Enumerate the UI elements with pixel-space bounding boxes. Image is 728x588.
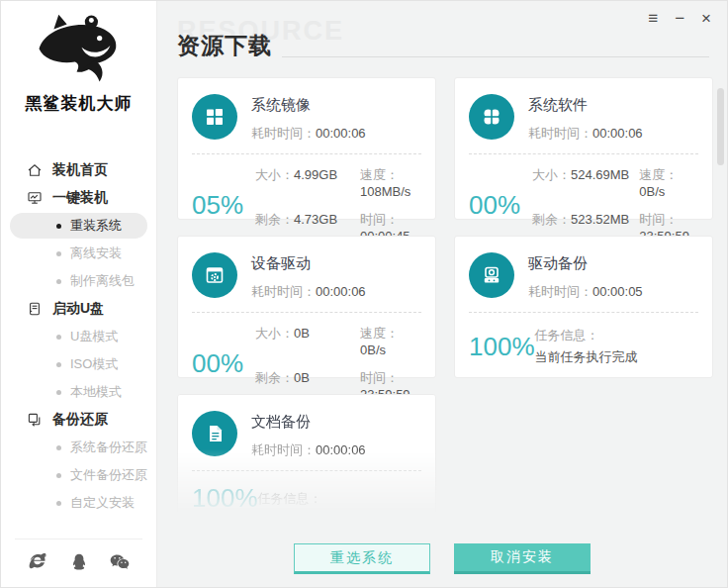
- bullet-icon: [56, 362, 61, 367]
- windows-icon: [192, 94, 237, 140]
- elapsed-label: 耗时时间：: [251, 284, 316, 299]
- stat-label: 大小：: [255, 326, 294, 341]
- progress-percent: 00%: [192, 348, 255, 379]
- sidebar-item-label: 本地模式: [70, 383, 122, 401]
- usb-boot-icon: [27, 301, 43, 317]
- sidebar-item-iso-mode[interactable]: ISO模式: [1, 350, 156, 378]
- sidebar-item-label: 自定义安装: [70, 494, 135, 512]
- bullet-icon: [56, 473, 61, 478]
- title-rule: [282, 56, 709, 57]
- social-links: [15, 539, 142, 587]
- stat-label: 速度：: [360, 167, 399, 182]
- sidebar-item-custom-install[interactable]: 自定义安装: [1, 489, 156, 517]
- elapsed-value: 00:00:06: [592, 126, 643, 141]
- sidebar-item-local-mode[interactable]: 本地模式: [1, 378, 156, 406]
- stat-value: 4.99GB: [294, 167, 337, 182]
- stat-label: 速度：: [639, 167, 678, 182]
- card-title: 设备驱动: [251, 251, 366, 273]
- ie-icon[interactable]: [27, 551, 48, 573]
- sidebar-item-reinstall-system[interactable]: 重装系统: [10, 213, 147, 239]
- software-icon: [469, 94, 514, 140]
- page-header: RESOURCE 资源下载: [177, 31, 709, 61]
- stat-label: 时间：: [360, 212, 399, 227]
- stat-label: 大小：: [255, 167, 294, 182]
- sidebar-item-label: 启动U盘: [52, 300, 104, 318]
- elapsed-value: 00:00:06: [316, 126, 366, 141]
- document-backup-icon: [192, 411, 237, 456]
- sidebar-item-make-offline-pack[interactable]: 制作离线包: [1, 267, 156, 295]
- download-cards: 系统镜像 耗时时间：00:00:06 05% 大小：4.99GB 速度：108M…: [177, 77, 713, 517]
- drive-backup-icon: [469, 252, 514, 298]
- window-controls: ≡ − ×: [648, 9, 711, 29]
- sidebar-item-one-key-install[interactable]: 一键装机: [1, 184, 156, 212]
- shark-logo-icon: [26, 13, 133, 88]
- one-key-install-icon: [27, 190, 43, 206]
- app-logo: 黑鲨装机大师: [1, 1, 156, 115]
- stat-label: 速度：: [360, 326, 399, 341]
- stat-label: 时间：: [360, 370, 399, 385]
- stat-label: 时间：: [639, 212, 678, 227]
- elapsed-label: 耗时时间：: [251, 126, 316, 141]
- stat-value: 0B: [294, 370, 310, 385]
- sidebar-item-label: 一键装机: [52, 189, 108, 207]
- card-title: 系统软件: [528, 93, 643, 115]
- sidebar-item-label: 制作离线包: [70, 272, 135, 290]
- stat-label: 剩余：: [255, 370, 294, 385]
- sidebar-item-label: 文件备份还原: [70, 466, 147, 484]
- sidebar-item-label: 备份还原: [52, 411, 108, 429]
- sidebar-item-label: 系统备份还原: [70, 439, 147, 456]
- app-window: 黑鲨装机大师 装机首页 一键装机 重装系统 离线安装 制作离线包: [0, 0, 728, 588]
- elapsed-value: 00:00:05: [592, 284, 643, 299]
- window-close-icon[interactable]: ×: [701, 9, 711, 29]
- bullet-icon: [56, 224, 61, 229]
- window-menu-icon[interactable]: ≡: [648, 9, 658, 29]
- progress-percent: 00%: [469, 190, 532, 221]
- sidebar-item-label: U盘模式: [70, 328, 118, 345]
- main-panel: ≡ − × RESOURCE 资源下载 系统镜像 耗时时间：00:00: [157, 1, 727, 587]
- page-title: 资源下载: [177, 31, 272, 61]
- progress-percent: 100%: [192, 483, 258, 514]
- sidebar-item-usb-boot[interactable]: 启动U盘: [1, 295, 156, 323]
- card-system-image: 系统镜像 耗时时间：00:00:06 05% 大小：4.99GB 速度：108M…: [177, 77, 436, 220]
- qq-icon[interactable]: [68, 551, 90, 573]
- stat-value: 0B/s: [360, 343, 386, 357]
- cancel-install-button[interactable]: 取消安装: [454, 543, 591, 574]
- wechat-icon[interactable]: [109, 551, 131, 573]
- task-value: 当前任务执行完成: [535, 349, 638, 364]
- sidebar-item-usb-mode[interactable]: U盘模式: [1, 323, 156, 350]
- stat-label: 大小：: [532, 167, 571, 182]
- backup-restore-icon: [27, 412, 43, 428]
- sidebar-item-offline-install[interactable]: 离线安装: [1, 240, 156, 267]
- footer-actions: 重选系统 取消安装: [157, 543, 727, 574]
- elapsed-label: 耗时时间：: [528, 284, 592, 299]
- progress-percent: 100%: [469, 332, 535, 362]
- card-document-backup: 文档备份 耗时时间：00:00:06 100% 任务信息：: [177, 394, 436, 517]
- elapsed-value: 00:00:06: [316, 442, 366, 457]
- scrollbar-thumb[interactable]: [717, 88, 724, 165]
- stat-value: 0B: [294, 326, 310, 341]
- window-minimize-icon[interactable]: −: [675, 9, 684, 29]
- stat-value: 0B/s: [639, 184, 665, 199]
- reselect-system-button[interactable]: 重选系统: [294, 543, 430, 574]
- sidebar-item-file-backup-restore[interactable]: 文件备份还原: [1, 461, 156, 489]
- card-title: 驱动备份: [528, 251, 643, 273]
- sidebar-item-backup-restore[interactable]: 备份还原: [1, 406, 156, 434]
- bullet-icon: [56, 279, 61, 284]
- progress-percent: 05%: [192, 190, 255, 221]
- sidebar-item-home[interactable]: 装机首页: [1, 156, 156, 184]
- sidebar-menu: 装机首页 一键装机 重装系统 离线安装 制作离线包 启动U盘: [1, 156, 156, 533]
- card-title: 文档备份: [251, 410, 366, 432]
- bullet-icon: [56, 501, 61, 506]
- elapsed-label: 耗时时间：: [528, 126, 592, 141]
- stat-value: 108MB/s: [360, 184, 410, 199]
- sidebar-item-label: 装机首页: [52, 161, 108, 179]
- sidebar-item-label: 离线安装: [70, 245, 122, 262]
- bullet-icon: [56, 445, 61, 450]
- app-name: 黑鲨装机大师: [1, 92, 156, 115]
- elapsed-label: 耗时时间：: [251, 442, 316, 457]
- task-label: 任务信息：: [535, 328, 599, 343]
- sidebar-item-system-backup-restore[interactable]: 系统备份还原: [1, 434, 156, 461]
- sidebar-item-label: 重装系统: [70, 217, 122, 235]
- task-label: 任务信息：: [258, 491, 322, 506]
- card-system-software: 系统软件 耗时时间：00:00:06 00% 大小：524.69MB 速度：0B…: [454, 77, 713, 220]
